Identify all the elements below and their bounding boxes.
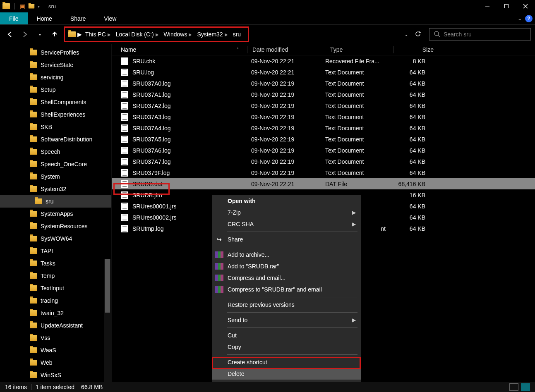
tree-item[interactable]: ServiceProfiles xyxy=(0,46,111,59)
column-type[interactable]: Type xyxy=(330,46,393,53)
ctx-share[interactable]: ↪Share xyxy=(212,234,361,245)
tree-item[interactable]: SystemApps xyxy=(0,208,111,220)
ctx-compress-named[interactable]: Compress to "SRUDB.rar" and email xyxy=(212,284,361,295)
file-row[interactable]: SRU037A7.log09-Nov-20 22:19Text Document… xyxy=(112,156,535,167)
view-details[interactable] xyxy=(521,383,530,391)
column-size[interactable]: Size xyxy=(398,46,438,53)
tree-item[interactable]: servicing xyxy=(0,71,111,84)
column-date[interactable]: Date modified xyxy=(252,46,325,53)
file-row[interactable]: SRU0379F.log09-Nov-20 22:19Text Document… xyxy=(112,167,535,178)
breadcrumb[interactable]: ▶ This PC▶ Local Disk (C:)▶ Windows▶ Sys… xyxy=(64,26,249,42)
file-row[interactable]: SRUDB.dat09-Nov-20 22:21DAT File68,416 K… xyxy=(112,178,535,189)
tree-item-label: WinSxS xyxy=(41,372,61,378)
tree-item[interactable]: Vss xyxy=(0,332,111,344)
file-row[interactable]: SRU037A5.log09-Nov-20 22:19Text Document… xyxy=(112,134,535,145)
file-date: 09-Nov-20 22:19 xyxy=(251,170,325,176)
tree-item[interactable]: TAPI xyxy=(0,245,111,257)
tree-item[interactable]: ServiceState xyxy=(0,59,111,71)
tree-item[interactable]: ShellComponents xyxy=(0,96,111,108)
tree-item[interactable]: Setup xyxy=(0,84,111,96)
file-row[interactable]: SRU037A4.log09-Nov-20 22:19Text Document… xyxy=(112,122,535,134)
tree-item[interactable]: Tasks xyxy=(0,257,111,270)
tree-item[interactable]: Speech xyxy=(0,146,111,158)
tree-item-label: Tasks xyxy=(41,260,55,267)
tab-share[interactable]: Share xyxy=(61,12,95,24)
ctx-compress-email[interactable]: Compress and email... xyxy=(212,272,361,284)
ctx-create-shortcut[interactable]: Create shortcut xyxy=(212,356,361,368)
file-row[interactable]: SRU.log09-Nov-20 22:21Text Document64 KB xyxy=(112,67,535,78)
breadcrumb-segment[interactable]: System32▶ xyxy=(195,31,229,38)
tree-item[interactable]: UpdateAssistant xyxy=(0,319,111,332)
chevron-right-icon[interactable]: ▶ xyxy=(77,31,82,38)
tab-view[interactable]: View xyxy=(95,12,125,24)
back-button[interactable] xyxy=(4,29,16,40)
tree-item[interactable]: ShellExperiences xyxy=(0,108,111,121)
ctx-send-to[interactable]: Send to▶ xyxy=(212,314,361,326)
tree-item[interactable]: SKB xyxy=(0,121,111,133)
minimize-button[interactable] xyxy=(478,0,497,12)
tree-item[interactable]: Speech_OneCore xyxy=(0,158,111,170)
ctx-restore[interactable]: Restore previous versions xyxy=(212,299,361,311)
breadcrumb-segment[interactable]: Local Disk (C:)▶ xyxy=(114,31,161,38)
ctx-copy[interactable]: Copy xyxy=(212,341,361,353)
view-large-icons[interactable] xyxy=(509,383,518,391)
tree-item[interactable]: SysWOW64 xyxy=(0,232,111,245)
breadcrumb-segment[interactable]: sru xyxy=(231,31,242,38)
refresh-button[interactable] xyxy=(414,30,422,39)
tree-item[interactable]: tracing xyxy=(0,294,111,307)
history-dropdown-icon[interactable]: ⌄ xyxy=(404,31,408,37)
ctx-add-archive[interactable]: Add to archive... xyxy=(212,249,361,261)
tree-item[interactable]: SoftwareDistribution xyxy=(0,133,111,146)
file-row[interactable]: SRU037A0.log09-Nov-20 22:19Text Document… xyxy=(112,78,535,89)
file-icon xyxy=(121,214,128,221)
file-size: 68,416 KB xyxy=(388,181,425,187)
tree-item-label: Setup xyxy=(41,86,56,93)
folder-tree[interactable]: ServiceProfilesServiceStateservicingSetu… xyxy=(0,44,112,382)
file-icon xyxy=(121,102,128,110)
tree-item[interactable]: System32 xyxy=(0,183,111,195)
tree-item[interactable]: Temp xyxy=(0,270,111,282)
expand-ribbon-icon[interactable]: ⌄ xyxy=(518,16,522,22)
tree-item[interactable]: Web xyxy=(0,356,111,369)
help-icon[interactable]: ? xyxy=(525,15,533,22)
context-menu: Open with 7-Zip▶ CRC SHA▶ ↪Share Add to … xyxy=(212,195,361,392)
file-row[interactable]: SRU037A1.log09-Nov-20 22:19Text Document… xyxy=(112,89,535,100)
scrollbar-thumb[interactable] xyxy=(105,259,110,313)
breadcrumb-segment[interactable]: This PC▶ xyxy=(84,31,113,38)
maximize-button[interactable] xyxy=(497,0,516,12)
ctx-add-named[interactable]: Add to "SRUDB.rar" xyxy=(212,261,361,272)
new-folder-qat-icon[interactable] xyxy=(28,2,35,10)
tree-item[interactable]: System xyxy=(0,170,111,183)
close-button[interactable] xyxy=(516,0,535,12)
folder-icon xyxy=(30,161,37,167)
file-row[interactable]: SRU.chk09-Nov-20 22:21Recovered File Fra… xyxy=(112,55,535,67)
recent-dropdown-icon[interactable]: ▾ xyxy=(34,29,46,40)
qat-dropdown-icon[interactable]: ▾ xyxy=(38,4,40,9)
tree-item[interactable]: sru xyxy=(0,195,111,208)
scrollbar[interactable] xyxy=(104,259,111,382)
column-name[interactable]: Name˄ xyxy=(121,46,247,53)
file-row[interactable]: SRU037A2.log09-Nov-20 22:19Text Document… xyxy=(112,100,535,111)
tree-item[interactable]: WaaS xyxy=(0,344,111,356)
tree-item[interactable]: SystemResources xyxy=(0,220,111,232)
file-row[interactable]: SRU037A3.log09-Nov-20 22:19Text Document… xyxy=(112,111,535,122)
ctx-delete[interactable]: Delete xyxy=(212,368,361,380)
file-date: 09-Nov-20 22:19 xyxy=(251,114,325,120)
up-button[interactable] xyxy=(49,29,60,40)
properties-qat-icon[interactable]: ▣ xyxy=(19,2,26,10)
ctx-crc[interactable]: CRC SHA▶ xyxy=(212,218,361,230)
ctx-cut[interactable]: Cut xyxy=(212,330,361,341)
search-input[interactable] xyxy=(444,31,526,38)
file-row[interactable]: SRU037A6.log09-Nov-20 22:19Text Document… xyxy=(112,145,535,156)
search-box[interactable] xyxy=(429,28,531,41)
tree-item[interactable]: TextInput xyxy=(0,282,111,294)
ctx-7zip[interactable]: 7-Zip▶ xyxy=(212,207,361,218)
file-tab[interactable]: File xyxy=(0,12,28,24)
tab-home[interactable]: Home xyxy=(28,12,61,24)
tree-item[interactable]: WinSxS xyxy=(0,369,111,381)
forward-button[interactable] xyxy=(19,29,31,40)
tree-item-label: Speech_OneCore xyxy=(41,161,87,167)
tree-item[interactable]: twain_32 xyxy=(0,307,111,319)
breadcrumb-segment[interactable]: Windows▶ xyxy=(162,31,194,38)
ctx-open-with[interactable]: Open with xyxy=(212,195,361,207)
